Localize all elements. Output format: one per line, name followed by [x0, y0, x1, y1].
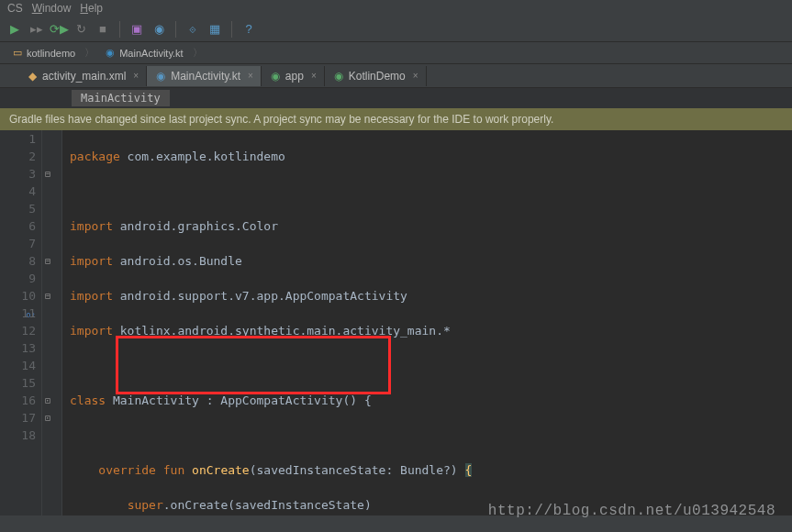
- close-icon[interactable]: ×: [311, 71, 317, 81]
- xml-file-icon: ◆: [26, 70, 39, 83]
- tab-activity-main-xml[interactable]: ◆ activity_main.xml ×: [18, 66, 147, 86]
- gradle-sync-banner[interactable]: Gradle files have changed since last pro…: [0, 108, 792, 130]
- watermark: http://blog.csdn.net/u013942548: [488, 503, 775, 519]
- menu-window[interactable]: WWindowindow: [32, 2, 72, 15]
- structure-breadcrumb: MainActivity: [0, 88, 792, 108]
- run-icon[interactable]: ▶: [7, 22, 22, 37]
- breadcrumb: ▭ kotlindemo 〉 ◉ MainActivity.kt 〉: [0, 42, 792, 64]
- separator: [231, 21, 232, 38]
- sync-icon[interactable]: ⟐: [185, 22, 200, 37]
- tab-mainactivity-kt[interactable]: ◉ MainActivity.kt ×: [147, 66, 262, 86]
- kotlin-file-icon: ◉: [154, 70, 167, 83]
- kotlin-file-icon: ◉: [104, 47, 117, 60]
- fold-start-icon[interactable]: ⊟: [45, 287, 56, 298]
- menu-bar: CS WWindowindow Help: [0, 0, 792, 17]
- tab-kotlindemo[interactable]: ◉ KotlinDemo ×: [325, 66, 427, 86]
- tab-app[interactable]: ◉ app ×: [262, 66, 325, 86]
- layout-inspector-icon[interactable]: ▣: [129, 22, 144, 37]
- debug-run-icon[interactable]: ▸▸: [29, 22, 44, 37]
- breadcrumb-folder-label: kotlindemo: [27, 48, 75, 59]
- fold-start-icon[interactable]: ⊟: [45, 165, 56, 176]
- code-area[interactable]: package com.example.kotlindemo import an…: [62, 130, 792, 515]
- breadcrumb-file[interactable]: ◉ MainActivity.kt: [100, 45, 186, 61]
- line-number-gutter: 123 456 789 10 o↑ 111213 141516 1718: [0, 130, 42, 515]
- gradle-icon: ◉: [332, 70, 345, 83]
- breadcrumb-folder[interactable]: ▭ kotlindemo: [7, 45, 79, 61]
- separator: [175, 21, 176, 38]
- profiler-icon[interactable]: ◉: [151, 22, 166, 37]
- fold-end-icon[interactable]: ⊡: [45, 409, 56, 420]
- fold-start-icon[interactable]: ⊟: [45, 252, 56, 263]
- help-icon[interactable]: ?: [241, 22, 256, 37]
- avd-icon[interactable]: ▦: [207, 22, 222, 37]
- fold-end-icon[interactable]: ⊡: [45, 392, 56, 403]
- tab-label: MainActivity.kt: [171, 70, 240, 83]
- menu-help[interactable]: Help: [80, 2, 103, 15]
- menu-vcs[interactable]: CS: [7, 2, 23, 15]
- separator: [119, 21, 120, 38]
- toolbar: ▶ ▸▸ ⟳▶ ↻ ■ ▣ ◉ ⟐ ▦ ?: [0, 17, 792, 42]
- structure-crumb-class[interactable]: MainActivity: [72, 90, 170, 106]
- chevron-right-icon: 〉: [84, 46, 95, 60]
- close-icon[interactable]: ×: [413, 71, 418, 81]
- gradle-icon: ◉: [269, 70, 282, 83]
- stop-icon[interactable]: ■: [95, 22, 110, 37]
- tab-label: activity_main.xml: [42, 70, 126, 83]
- close-icon[interactable]: ×: [133, 71, 139, 81]
- tab-label: KotlinDemo: [349, 70, 406, 83]
- tab-label: app: [285, 70, 304, 83]
- rerun-icon[interactable]: ⟳▶: [51, 22, 66, 37]
- code-editor[interactable]: 123 456 789 10 o↑ 111213 141516 1718 ⊟ ⊟…: [0, 130, 792, 515]
- close-icon[interactable]: ×: [248, 71, 253, 81]
- breadcrumb-file-label: MainActivity.kt: [119, 48, 183, 59]
- editor-tabs: ◆ activity_main.xml × ◉ MainActivity.kt …: [0, 64, 792, 88]
- restart-icon[interactable]: ↻: [73, 22, 88, 37]
- chevron-right-icon: 〉: [193, 46, 203, 60]
- fold-gutter: ⊟ ⊟ ⊟ ⊡ ⊡: [42, 130, 62, 515]
- folder-icon: ▭: [11, 47, 24, 60]
